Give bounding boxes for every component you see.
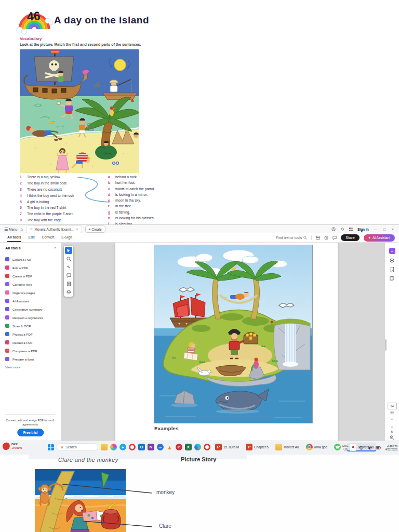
taskbar-app-icon[interactable] bbox=[185, 444, 192, 450]
sign-in-button[interactable]: Sign in bbox=[357, 228, 369, 231]
taskbar-app-icon[interactable] bbox=[204, 444, 210, 450]
stamp-tool[interactable] bbox=[65, 288, 72, 296]
taskbar-window-button[interactable]: Chapter 5 bbox=[244, 443, 271, 451]
print-icon[interactable] bbox=[316, 236, 320, 240]
match-left-item[interactable]: 5 A girl is hiding bbox=[20, 200, 74, 206]
apps-grid-icon[interactable] bbox=[349, 228, 353, 231]
share-file-icon[interactable] bbox=[324, 236, 328, 240]
clock[interactable]: 2:38 PM4/22/2025 bbox=[385, 444, 397, 451]
volume-icon[interactable] bbox=[367, 446, 372, 450]
refresh-icon[interactable]: ↻ bbox=[391, 430, 394, 434]
menu-button[interactable]: ☰ Menu bbox=[4, 227, 17, 232]
taskbar-search[interactable]: ⚲ Search bbox=[57, 443, 98, 451]
taskbar-window-button[interactable]: Movers Au bbox=[273, 443, 301, 451]
nav-tab[interactable]: Convert bbox=[42, 233, 55, 242]
view-more-link[interactable]: View more bbox=[5, 365, 20, 369]
tool-item[interactable]: Redact a PDF bbox=[5, 338, 43, 347]
item-text: in the tree. bbox=[115, 204, 132, 208]
tool-item[interactable]: Organize pages bbox=[5, 288, 43, 297]
stock-widget[interactable]: OKX -24.69% bbox=[3, 443, 22, 450]
window-close-button[interactable]: × bbox=[392, 228, 394, 231]
taskbar-app-icon[interactable] bbox=[166, 444, 173, 450]
previous-page-icon[interactable]: ⌃ bbox=[391, 418, 394, 422]
match-left-item[interactable]: 2 The boy in the small boat bbox=[20, 181, 74, 188]
page-number-input[interactable]: 14 bbox=[388, 403, 397, 409]
hidden-icons-chevron[interactable]: ⌃ bbox=[352, 446, 355, 450]
select-tool[interactable] bbox=[65, 247, 72, 254]
taskbar-app-icon[interactable] bbox=[129, 444, 136, 450]
match-right-item[interactable]: e moon in the sky. bbox=[108, 198, 155, 204]
tool-item[interactable]: Prepare a form bbox=[5, 355, 43, 363]
start-button[interactable] bbox=[48, 444, 54, 450]
nav-tab[interactable]: E-Sign bbox=[61, 233, 72, 242]
panel-drag-handle[interactable] bbox=[385, 339, 387, 351]
match-right-item[interactable]: c wants to catch the parrot. bbox=[108, 187, 155, 193]
zoom-in-icon[interactable] bbox=[389, 434, 395, 441]
window-maximize-button[interactable]: □ bbox=[383, 228, 385, 231]
match-left-item[interactable]: 6 The boy in the red T-shirt bbox=[20, 206, 74, 212]
tool-item[interactable]: Edit a PDF bbox=[5, 263, 43, 272]
tool-item[interactable]: Scan & OCR bbox=[5, 322, 43, 330]
taskbar-app-icon[interactable] bbox=[110, 444, 117, 450]
tool-item[interactable]: AI Assistant bbox=[5, 297, 43, 305]
match-left-item[interactable]: 4 I think the boy next to the rock bbox=[20, 194, 74, 200]
edit-page-tool[interactable] bbox=[65, 280, 72, 287]
create-tab-button[interactable]: + Create bbox=[85, 225, 105, 233]
match-right-item[interactable]: f in the tree. bbox=[108, 204, 155, 210]
match-right-item[interactable]: b hurt her foot. bbox=[108, 181, 155, 187]
pages-rail-icon[interactable] bbox=[389, 275, 395, 281]
tool-label: AI Assistant bbox=[12, 299, 29, 303]
history-clock-icon[interactable] bbox=[331, 227, 336, 231]
pdf-page[interactable]: Examples bbox=[115, 243, 338, 441]
find-input[interactable]: Find text or tools bbox=[276, 236, 307, 240]
match-right-item[interactable]: d is looking in a mirror. bbox=[108, 193, 155, 198]
share-button[interactable]: Share bbox=[341, 234, 359, 241]
zoom-tool[interactable] bbox=[65, 255, 72, 262]
tool-item[interactable]: Compress a PDF bbox=[5, 347, 43, 355]
wifi-icon[interactable] bbox=[358, 446, 364, 450]
tool-item[interactable]: Combine files bbox=[5, 280, 43, 288]
notifications-bell-icon[interactable] bbox=[340, 227, 344, 231]
star-icon[interactable]: ☆ bbox=[30, 227, 33, 231]
comment-icon[interactable] bbox=[332, 236, 337, 240]
tool-item[interactable]: Generative summary bbox=[5, 305, 43, 313]
comment-tool[interactable] bbox=[65, 272, 72, 279]
taskbar-app-icon[interactable] bbox=[194, 444, 201, 450]
match-left-item[interactable]: 3 There are no coconuts bbox=[20, 188, 74, 194]
match-right-item[interactable]: g is fishing. bbox=[108, 210, 155, 216]
taskbar-app-icon[interactable] bbox=[101, 444, 108, 450]
battery-icon[interactable] bbox=[376, 446, 381, 450]
taskbar-app-icon[interactable] bbox=[176, 444, 182, 450]
taskbar-app-icon[interactable] bbox=[119, 444, 126, 450]
free-trial-button[interactable]: Free trial bbox=[17, 429, 44, 436]
taskbar-app-icon[interactable] bbox=[138, 444, 145, 450]
window-minimize-button[interactable]: — bbox=[374, 228, 377, 231]
tool-item[interactable]: Request e-signatures bbox=[5, 313, 43, 322]
taskbar-app-icon[interactable] bbox=[157, 444, 164, 450]
taskbar-app-icon[interactable] bbox=[148, 444, 154, 450]
nav-tab[interactable]: Edit bbox=[29, 233, 35, 242]
sign-tool[interactable]: ✎ bbox=[65, 263, 72, 271]
match-right-item[interactable]: a behind a rock. bbox=[108, 175, 155, 181]
match-right-item[interactable]: h is looking for his glasses. bbox=[108, 216, 155, 222]
next-page-icon[interactable]: ⌄ bbox=[391, 424, 394, 428]
ai-assistant-button[interactable]: ✦AI Assistant bbox=[364, 234, 395, 242]
tool-item[interactable]: Export a PDF bbox=[5, 255, 43, 263]
match-left-item[interactable]: 8 The boy with the cage bbox=[20, 218, 74, 224]
match-left-item[interactable]: 1 There is a big, yellow bbox=[20, 175, 74, 181]
bookmarks-rail-icon[interactable] bbox=[389, 266, 395, 272]
tool-label: Compress a PDF bbox=[12, 349, 37, 353]
home-icon[interactable]: ⌂ bbox=[20, 227, 23, 232]
taskbar-window-button[interactable]: www.goo bbox=[304, 443, 330, 451]
taskbar-window-button[interactable]: 15. 83rd M bbox=[213, 443, 241, 451]
document-tab[interactable]: ☆ Movers Authentic Exami... × bbox=[26, 225, 82, 233]
nav-tab[interactable]: All tools bbox=[7, 233, 21, 242]
language-indicator[interactable]: ENGUS bbox=[342, 444, 348, 451]
match-left-item[interactable]: 7 The child in the purple T-shirt bbox=[20, 212, 74, 218]
panel-close-icon[interactable]: × bbox=[54, 246, 56, 249]
comments-rail-icon[interactable] bbox=[389, 257, 395, 263]
ai-assistant-rail-icon[interactable]: ✦ bbox=[389, 248, 395, 254]
tab-close-icon[interactable]: × bbox=[76, 228, 78, 231]
tool-item[interactable]: Protect a PDF bbox=[5, 330, 43, 338]
tool-item[interactable]: Create a PDF bbox=[5, 272, 43, 280]
